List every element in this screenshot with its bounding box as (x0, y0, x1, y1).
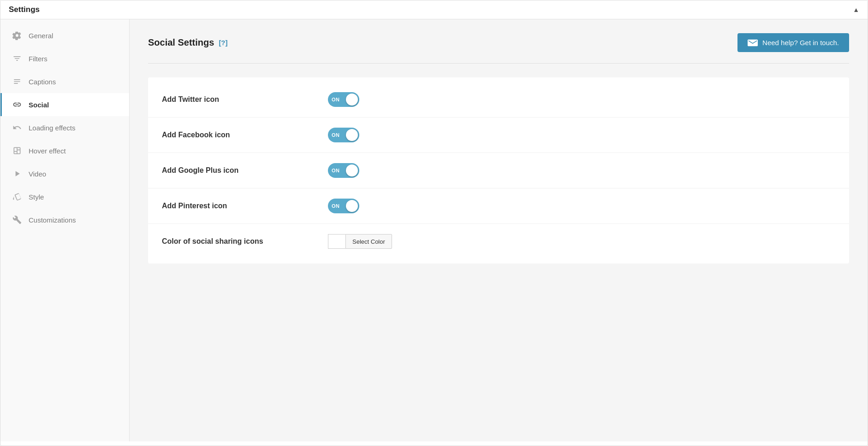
mail-icon (748, 39, 758, 47)
setting-row-color: Color of social sharing icons Select Col… (148, 224, 849, 259)
link-icon (12, 100, 22, 110)
pinterest-toggle[interactable]: ON (328, 199, 359, 213)
app-window: Settings ▲ General Fi (0, 0, 868, 446)
color-picker-wrapper: Select Color (328, 234, 392, 249)
collapse-icon[interactable]: ▲ (853, 6, 859, 13)
captions-icon (12, 76, 22, 87)
twitter-thumb (346, 94, 358, 106)
sidebar-item-customizations[interactable]: Customizations (0, 208, 129, 231)
facebook-on-text: ON (332, 132, 340, 138)
setting-row-google-plus: Add Google Plus icon ON (148, 153, 849, 188)
sidebar-label-social: Social (29, 101, 49, 109)
main-content: Social Settings [?] Need help? Get in to… (130, 19, 868, 441)
facebook-label: Add Facebook icon (162, 131, 309, 139)
google-plus-toggle-wrapper: ON (328, 163, 359, 178)
setting-row-facebook: Add Facebook icon ON (148, 117, 849, 153)
twitter-track: ON (328, 92, 359, 107)
setting-row-pinterest: Add Pinterest icon ON (148, 188, 849, 224)
facebook-toggle[interactable]: ON (328, 128, 359, 142)
help-link[interactable]: [?] (219, 39, 227, 47)
sidebar: General Filters Captions (0, 19, 130, 441)
sidebar-label-video: Video (29, 170, 46, 178)
facebook-track: ON (328, 128, 359, 142)
sidebar-label-captions: Captions (29, 78, 56, 86)
filter-icon (12, 53, 22, 64)
google-plus-on-text: ON (332, 168, 340, 173)
google-plus-label: Add Google Plus icon (162, 166, 309, 175)
pinterest-track: ON (328, 199, 359, 213)
sidebar-item-style[interactable]: Style (0, 185, 129, 208)
sidebar-item-general[interactable]: General (0, 24, 129, 47)
sidebar-item-filters[interactable]: Filters (0, 47, 129, 70)
style-icon (12, 192, 22, 202)
twitter-label: Add Twitter icon (162, 95, 309, 104)
sidebar-label-loading-effects: Loading effects (29, 124, 75, 132)
setting-row-twitter: Add Twitter icon ON (148, 82, 849, 117)
twitter-on-text: ON (332, 97, 340, 102)
pinterest-thumb (346, 200, 358, 212)
help-button[interactable]: Need help? Get in touch. (737, 33, 849, 52)
google-plus-track: ON (328, 163, 359, 178)
section-divider (148, 63, 849, 64)
layout: General Filters Captions (0, 19, 868, 441)
sidebar-label-style: Style (29, 193, 44, 201)
facebook-toggle-wrapper: ON (328, 128, 359, 142)
sidebar-item-captions[interactable]: Captions (0, 70, 129, 93)
sidebar-item-loading-effects[interactable]: Loading effects (0, 116, 129, 139)
pinterest-label: Add Pinterest icon (162, 202, 309, 210)
sidebar-label-customizations: Customizations (29, 216, 76, 224)
pinterest-on-text: ON (332, 203, 340, 209)
twitter-toggle[interactable]: ON (328, 92, 359, 107)
color-label: Color of social sharing icons (162, 237, 309, 246)
gear-icon (12, 30, 22, 41)
sidebar-item-hover-effect[interactable]: Hover effect (0, 139, 129, 162)
sidebar-label-hover-effect: Hover effect (29, 147, 66, 155)
title-bar: Settings ▲ (0, 0, 868, 19)
content-header-left: Social Settings [?] (148, 37, 228, 48)
select-color-button[interactable]: Select Color (345, 234, 392, 249)
sidebar-label-filters: Filters (29, 55, 48, 63)
content-header: Social Settings [?] Need help? Get in to… (148, 33, 849, 52)
settings-section: Add Twitter icon ON Add Facebook ico (148, 77, 849, 264)
sidebar-item-social[interactable]: Social (0, 93, 129, 116)
twitter-toggle-wrapper: ON (328, 92, 359, 107)
undo-icon (12, 123, 22, 133)
google-plus-thumb (346, 164, 358, 176)
video-icon (12, 169, 22, 179)
pinterest-toggle-wrapper: ON (328, 199, 359, 213)
color-swatch[interactable] (328, 234, 345, 249)
wrench-icon (12, 215, 22, 225)
sidebar-item-video[interactable]: Video (0, 162, 129, 185)
google-plus-toggle[interactable]: ON (328, 163, 359, 178)
sidebar-label-general: General (29, 32, 53, 40)
facebook-thumb (346, 129, 358, 141)
app-title: Settings (9, 5, 40, 14)
hover-icon (12, 146, 22, 156)
help-button-label: Need help? Get in touch. (762, 39, 839, 47)
page-title: Social Settings (148, 37, 214, 48)
